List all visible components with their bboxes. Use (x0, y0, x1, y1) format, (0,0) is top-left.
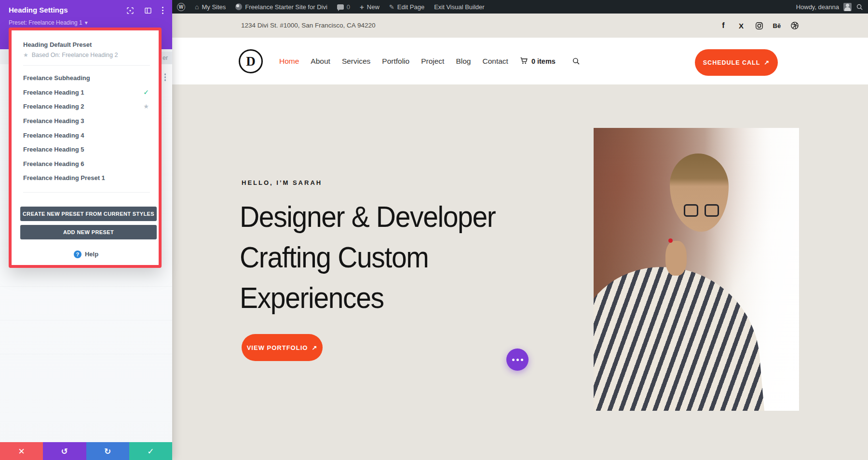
modal-tab-partial[interactable]: er (161, 52, 172, 64)
comment-bubble-icon (337, 4, 344, 10)
arrow-up-right-icon: ↗ (312, 344, 317, 351)
nav-blog[interactable]: Blog (456, 57, 471, 66)
preset-list: Freelance Subheading Freelance Heading 1… (23, 71, 149, 185)
preset-item[interactable]: Freelance Heading 3 (23, 114, 149, 128)
edit-page-label: Edit Page (397, 3, 424, 11)
site-header: D Home About Services Portfolio Project … (172, 38, 868, 84)
modal-footer: ✕ ↺ ↻ ✓ (0, 442, 172, 460)
divider (23, 65, 150, 66)
dribbble-icon[interactable] (790, 21, 799, 30)
hero-title-line: Experiences (240, 278, 550, 318)
help-icon: ? (74, 251, 81, 258)
new-menu[interactable]: + New (360, 3, 380, 11)
screen: W ⌂ My Sites Freelance Starter Site for … (0, 0, 868, 460)
settings-group-menu-icon[interactable] (164, 73, 166, 81)
based-on-row: ★ Based On: Freelance Heading 2 (23, 52, 149, 58)
comments-menu[interactable]: 0 (337, 3, 350, 11)
nav-services[interactable]: Services (342, 57, 370, 66)
discard-button[interactable]: ✕ (0, 442, 43, 460)
preset-item-selected[interactable]: Freelance Heading 1 ✓ (23, 85, 149, 100)
preset-item[interactable]: Freelance Heading 5 (23, 142, 149, 157)
undo-icon: ↺ (61, 446, 68, 456)
hero-title: Designer & Developer Crafting Custom Exp… (240, 196, 550, 318)
undo-button[interactable]: ↺ (43, 442, 86, 460)
house-icon: ⌂ (195, 3, 199, 11)
divider (23, 192, 150, 193)
facebook-icon[interactable]: f (719, 21, 728, 30)
hero-title-line: Crafting Custom (240, 237, 550, 278)
star-icon: ★ (23, 52, 28, 58)
hero-title-line: Designer & Developer (240, 196, 550, 237)
nav-project[interactable]: Project (421, 57, 444, 66)
view-portfolio-button[interactable]: VIEW PORTFOLIO ↗ (242, 334, 323, 361)
search-icon[interactable] (572, 57, 580, 65)
focus-mode-icon[interactable] (126, 6, 135, 14)
help-link[interactable]: ? Help (23, 251, 149, 258)
hero-image (594, 128, 799, 411)
my-sites-menu[interactable]: ⌂ My Sites (195, 3, 226, 11)
site-icon (235, 3, 242, 10)
behance-icon[interactable]: Bē (773, 21, 781, 30)
check-icon: ✓ (143, 88, 149, 96)
comments-count: 0 (347, 3, 350, 11)
nav-about[interactable]: About (311, 57, 330, 66)
main-nav: Home About Services Portfolio Project Bl… (279, 38, 580, 84)
cart-link[interactable]: 0 items (520, 56, 556, 66)
admin-search-icon[interactable] (856, 3, 863, 11)
modal-title: Heading Settings (9, 6, 68, 14)
preset-item[interactable]: Freelance Heading 6 (23, 157, 149, 171)
my-sites-label: My Sites (202, 3, 226, 11)
howdy-label: Howdy, deanna (796, 3, 839, 11)
cart-count-label: 0 items (531, 57, 556, 65)
site-page: 1234 Divi St. #1000, San Francisco, CA 9… (172, 0, 868, 460)
schedule-call-button[interactable]: SCHEDULE CALL ↗ (695, 49, 778, 76)
dock-panel-icon[interactable] (144, 6, 152, 14)
check-icon: ✓ (147, 446, 154, 456)
modal-menu-icon[interactable] (162, 7, 164, 14)
address-text: 1234 Divi St. #1000, San Francisco, CA 9… (241, 14, 375, 38)
exit-visual-builder-link[interactable]: Exit Visual Builder (434, 3, 485, 11)
preset-dropdown-toggle[interactable]: Preset: Freelance Heading 1 ▾ (9, 19, 88, 26)
heading-settings-modal: Heading Settings Preset: Freelance Headi… (0, 0, 172, 460)
hero-section: HELLO, I’M SARAH Designer & Developer Cr… (172, 84, 868, 460)
nav-home[interactable]: Home (279, 57, 299, 66)
add-new-preset-button[interactable]: ADD NEW PRESET (20, 225, 157, 239)
arrow-up-right-icon: ↗ (764, 59, 770, 66)
hero-subheading: HELLO, I’M SARAH (242, 179, 322, 186)
preset-dropdown: Heading Default Preset ★ Based On: Freel… (9, 28, 162, 268)
wordpress-icon: W (177, 3, 185, 11)
edit-page-menu[interactable]: ✎ Edit Page (389, 3, 424, 11)
top-bar: 1234 Divi St. #1000, San Francisco, CA 9… (172, 14, 868, 38)
x-twitter-icon[interactable]: X (737, 21, 746, 30)
instagram-icon[interactable] (755, 21, 763, 30)
site-logo[interactable]: D (239, 49, 263, 73)
avatar[interactable] (843, 3, 852, 11)
nav-contact[interactable]: Contact (482, 57, 508, 66)
preset-item-default[interactable]: Freelance Heading 2 ★ (23, 99, 149, 114)
section-settings-button[interactable] (506, 348, 529, 371)
chevron-down-icon: ▾ (85, 19, 88, 26)
default-preset-row[interactable]: Heading Default Preset (23, 41, 149, 48)
create-new-preset-button[interactable]: CREATE NEW PRESET FROM CURRENT STYLES (20, 207, 157, 221)
close-icon: ✕ (18, 446, 25, 456)
site-menu[interactable]: Freelance Starter Site for Divi (235, 3, 327, 11)
social-links: f X Bē (719, 14, 799, 38)
preset-item[interactable]: Freelance Heading Preset 1 (23, 171, 149, 185)
redo-icon: ↻ (104, 446, 111, 456)
star-icon: ★ (143, 103, 149, 110)
cart-icon (520, 56, 528, 66)
redo-button[interactable]: ↻ (86, 442, 129, 460)
preset-item[interactable]: Freelance Subheading (23, 71, 149, 85)
pencil-icon: ✎ (389, 3, 394, 11)
site-name-label: Freelance Starter Site for Divi (245, 3, 327, 11)
preset-item[interactable]: Freelance Heading 4 (23, 128, 149, 142)
wp-logo-menu[interactable]: W (177, 3, 185, 11)
save-button[interactable]: ✓ (129, 442, 172, 460)
nav-portfolio[interactable]: Portfolio (382, 57, 409, 66)
new-label: New (367, 3, 380, 11)
howdy-menu[interactable]: Howdy, deanna (796, 3, 839, 11)
plus-icon: + (360, 3, 364, 11)
